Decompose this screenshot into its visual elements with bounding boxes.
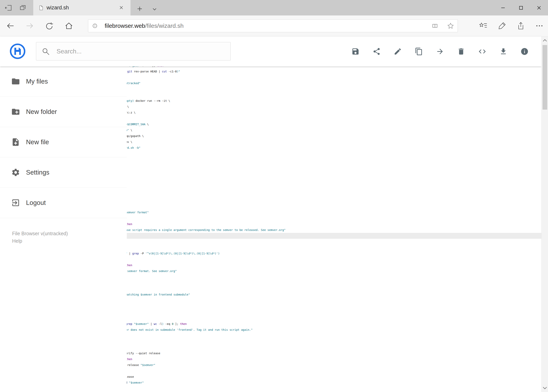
- download-button[interactable]: [499, 47, 507, 56]
- code-line-215[interactable]: 215 cd $REPO: [76, 198, 541, 203]
- code-line-247[interactable]: 247 fi: [76, 385, 541, 392]
- code-line-244[interactable]: 244 else: [76, 368, 541, 374]
- tab-close-icon[interactable]: [119, 6, 124, 10]
- info-button[interactable]: [520, 47, 529, 56]
- code-button[interactable]: [478, 47, 486, 56]
- code-line-241[interactable]: 241 git rev-parse --verify --quiet relea…: [76, 350, 541, 356]
- tab-preview-chevron-icon[interactable]: [151, 5, 159, 13]
- code-line-195[interactable]: 195 COMMIT_SHA="untracked": [76, 80, 541, 86]
- code-line-194[interactable]: 194 else: [76, 74, 541, 80]
- code-line-232[interactable]: 232: [76, 297, 541, 303]
- new-tab-button[interactable]: [136, 5, 144, 13]
- code-line-213[interactable]: 213: [76, 186, 541, 192]
- address-bar[interactable]: filebrowser.web/files/wizard.sh: [88, 19, 458, 32]
- code-line-224[interactable]: 224 semver=$(echo "$1" | grep -P '^v(0|[…: [76, 251, 541, 256]
- code-line-198[interactable]: 198 $(command -v winpty) docker run --rm…: [76, 98, 541, 104]
- code-line-239[interactable]: 239 fi: [76, 339, 541, 344]
- site-info-icon[interactable]: [91, 22, 98, 29]
- code-line-238[interactable]: 238 exit 1: [76, 333, 541, 339]
- code-editor[interactable]: 192 if [ "$(command -v git)" != "" ]; th…: [76, 63, 541, 392]
- code-line-216[interactable]: 216: [76, 203, 541, 210]
- scroll-up-icon[interactable]: [541, 37, 548, 44]
- code-line-218[interactable]: 218: [76, 215, 541, 221]
- maximize-button[interactable]: [512, 0, 530, 15]
- code-line-235[interactable]: 235: [76, 315, 541, 321]
- code-line-225[interactable]: 225: [76, 256, 541, 262]
- edit-button[interactable]: [394, 47, 402, 56]
- page-scrollbar[interactable]: [541, 36, 548, 392]
- code-line-226[interactable]: 226 if [ $? -ne 0 ]; then: [76, 262, 541, 268]
- code-line-229[interactable]: 229 fi: [76, 280, 541, 286]
- code-line-217[interactable]: 217 echo "> Checking semver format": [76, 210, 541, 215]
- hub-favorites-icon[interactable]: [479, 21, 487, 30]
- code-line-221[interactable]: 221 exit 1: [76, 233, 541, 239]
- code-line-214[interactable]: 214▾release () {: [76, 192, 541, 198]
- code-line-230[interactable]: 230: [76, 286, 541, 292]
- more-options-icon[interactable]: [535, 21, 544, 30]
- sidebar-item-logout[interactable]: Logout: [0, 188, 127, 218]
- sidebar-item-new-folder[interactable]: New folder: [0, 97, 127, 127]
- set-tabs-aside-icon[interactable]: [5, 4, 12, 12]
- code-line-200[interactable]: 200 -v /$(pwd):/src:z \: [76, 110, 541, 115]
- browser-tab[interactable]: wizard.sh: [33, 0, 131, 15]
- code-line-203[interactable]: 203 -e HOME="//tmp" \: [76, 127, 541, 133]
- back-button[interactable]: [6, 21, 15, 30]
- sidebar-item-new-file[interactable]: New file: [0, 127, 127, 157]
- code-line-236[interactable]: 236 if [ $(git tag | grep "$semver" | wc…: [76, 321, 541, 327]
- share-page-icon[interactable]: [516, 21, 525, 30]
- forward-button[interactable]: [25, 21, 34, 30]
- code-line-210[interactable]: 210 buildBinary: [76, 168, 541, 174]
- delete-button[interactable]: [457, 47, 465, 56]
- code-line-243[interactable]: 243 git checkout -b release "$semver": [76, 362, 541, 368]
- help-link[interactable]: Help: [12, 238, 22, 244]
- move-button[interactable]: [436, 47, 444, 56]
- code-line-206[interactable]: 206 sh -c "./wizard.sh -b": [76, 145, 541, 151]
- code-line-237[interactable]: 237 echo "Tag $semver does not exist in …: [76, 327, 541, 333]
- code-line-212[interactable]: 212}: [76, 180, 541, 186]
- code-line-234[interactable]: 234 git fetch --all: [76, 309, 541, 315]
- code-line-223[interactable]: 223: [76, 245, 541, 251]
- code-line-242[interactable]: 242 if [ $? -ne 0 ]; then: [76, 356, 541, 362]
- sidebar-item-settings[interactable]: Settings: [0, 157, 127, 188]
- url-text[interactable]: filebrowser.web/files/wizard.sh: [105, 20, 184, 32]
- code-line-227[interactable]: 227 echo "Not valid semver format. See s…: [76, 268, 541, 274]
- code-line-211[interactable]: 211 fi: [76, 174, 541, 180]
- code-line-199[interactable]: 199 -u "$(id -u)" \: [76, 104, 541, 110]
- code-line-197[interactable]: 197: [76, 92, 541, 98]
- search-box[interactable]: [36, 42, 231, 61]
- copy-button[interactable]: [415, 47, 423, 56]
- filebrowser-logo[interactable]: [9, 43, 26, 60]
- tabs-preview-icon[interactable]: [19, 4, 27, 12]
- code-line-228[interactable]: 228 exit 1: [76, 274, 541, 280]
- share-button[interactable]: [373, 47, 381, 56]
- save-button[interactable]: [351, 47, 360, 56]
- code-line-246[interactable]: 246 git reset --hard "$semver": [76, 380, 541, 385]
- code-line-193[interactable]: 193 COMMIT_SHA="$(git rev-parse HEAD | c…: [76, 69, 541, 74]
- code-line-222[interactable]: 222 fi: [76, 239, 541, 245]
- code-line-207[interactable]: 207: [76, 151, 541, 157]
- code-line-245[interactable]: 245 git checkout release: [76, 374, 541, 380]
- minimize-button[interactable]: [494, 0, 512, 15]
- code-line-201[interactable]: 201 -w //src \: [76, 115, 541, 121]
- code-line-208[interactable]: 208 else: [76, 157, 541, 162]
- home-button[interactable]: [65, 21, 73, 30]
- code-line-220[interactable]: 220 echo "This release script requires a…: [76, 227, 541, 233]
- code-line-231[interactable]: 231 echo "> Checking matching $semver in…: [76, 292, 541, 297]
- web-note-pen-icon[interactable]: [498, 21, 506, 30]
- sidebar-item-my-files[interactable]: My files: [0, 66, 127, 97]
- code-line-204[interactable]: 204 -e GOPATH=//tmp/gopath \: [76, 133, 541, 139]
- code-line-240[interactable]: 240: [76, 344, 541, 350]
- refresh-button[interactable]: [45, 21, 54, 30]
- code-line-209[interactable]: 209 buildAssets: [76, 162, 541, 168]
- code-line-196[interactable]: 196 fi: [76, 86, 541, 92]
- code-line-219[interactable]: 219 if [ $# -ne 1 ]; then: [76, 221, 541, 227]
- close-button[interactable]: [530, 0, 548, 15]
- search-input[interactable]: [36, 42, 230, 60]
- favorite-star-icon[interactable]: [447, 22, 454, 29]
- scrollbar-thumb[interactable]: [542, 45, 547, 110]
- code-line-202[interactable]: 202 -e COMMIT_SHA=$COMMIT_SHA \: [76, 121, 541, 127]
- scroll-down-icon[interactable]: [541, 385, 548, 392]
- reading-view-icon[interactable]: [432, 22, 438, 29]
- code-line-233[interactable]: 233 cd frontend: [76, 303, 541, 309]
- code-line-205[interactable]: 205 filebrowser/dev \: [76, 139, 541, 145]
